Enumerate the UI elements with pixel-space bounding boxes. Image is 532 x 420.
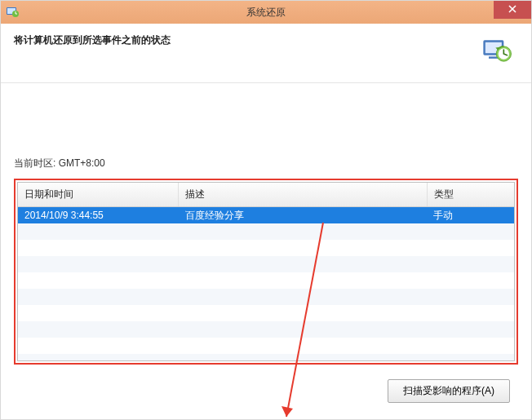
grid-body[interactable]: 2014/10/9 3:44:55 百度经验分享 手动 [18, 207, 514, 360]
timezone-label: 当前时区: GMT+8:00 [14, 157, 518, 170]
window-title: 系统还原 [246, 6, 286, 20]
wizard-header: 将计算机还原到所选事件之前的状态 [1, 24, 531, 83]
page-heading: 将计算机还原到所选事件之前的状态 [14, 33, 171, 47]
table-row[interactable]: 2014/10/9 3:44:55 百度经验分享 手动 [18, 207, 514, 223]
titlebar[interactable]: 系统还原 [1, 1, 531, 24]
column-header-date[interactable]: 日期和时间 [18, 183, 179, 206]
restore-hero-icon [481, 33, 513, 66]
cell-date: 2014/10/9 3:44:55 [18, 210, 179, 221]
scan-affected-programs-button[interactable]: 扫描受影响的程序(A) [388, 379, 510, 403]
close-icon [508, 4, 516, 15]
system-restore-window: 系统还原 将计算机还原到所选事件之前的状态 当前时区: GMT+8:00 [0, 0, 532, 420]
restore-point-grid-highlight: 日期和时间 描述 类型 2014/10/9 3:44:55 百度经验分享 手动 [14, 179, 518, 365]
cell-desc: 百度经验分享 [179, 209, 427, 223]
grid-header[interactable]: 日期和时间 描述 类型 [18, 183, 514, 207]
column-header-desc[interactable]: 描述 [179, 183, 428, 206]
svg-marker-9 [282, 406, 293, 417]
button-row: 扫描受影响的程序(A) [14, 379, 518, 403]
restore-point-grid[interactable]: 日期和时间 描述 类型 2014/10/9 3:44:55 百度经验分享 手动 [17, 182, 515, 361]
close-button[interactable] [494, 1, 531, 19]
restore-sys-icon [6, 5, 19, 18]
cell-type: 手动 [427, 209, 514, 223]
wizard-body: 当前时区: GMT+8:00 日期和时间 描述 类型 2014/10/9 3:4… [1, 157, 531, 403]
column-header-type[interactable]: 类型 [428, 183, 514, 206]
